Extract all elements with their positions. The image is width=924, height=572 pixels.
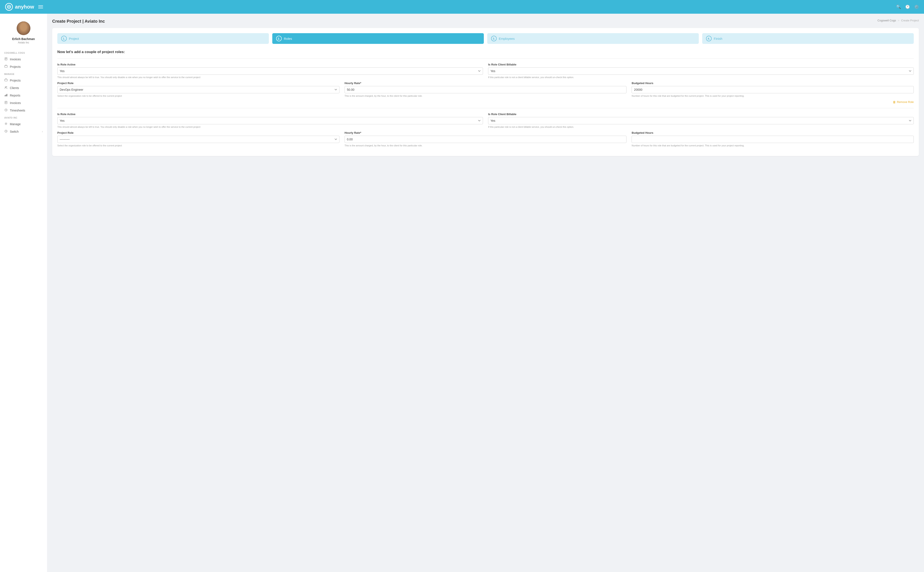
step-3-label: Employees <box>499 37 515 40</box>
step-4[interactable]: 4. Finish <box>702 33 914 44</box>
svg-point-0 <box>7 5 11 9</box>
svg-rect-11 <box>7 94 7 96</box>
step-2[interactable]: 2. Roles <box>272 33 484 44</box>
section-title: Now let's add a couple of project roles: <box>57 50 914 54</box>
role-2-billable-hint: If this particular role is not a client … <box>488 125 914 129</box>
role-block-1: Is Role Active Yes No This should almost… <box>57 63 914 104</box>
sidebar-projects-label: Projects <box>10 65 21 68</box>
switch-icon <box>4 130 8 133</box>
role-1-hourly-rate-hint: This is the amount charged, by the hour,… <box>344 94 627 98</box>
sidebar-invoices-label: Invoices <box>10 58 21 61</box>
role-1-billable-hint: If this particular role is not a client … <box>488 76 914 79</box>
role-2-billable-select[interactable]: Yes No <box>488 117 914 124</box>
sidebar-item-invoices[interactable]: Invoices <box>0 99 47 107</box>
role-2-hourly-rate-label: Hourly Rate* <box>344 131 627 134</box>
role-1-billable-select[interactable]: Yes No <box>488 67 914 75</box>
role-block-2: Is Role Active Yes No This should almost… <box>57 113 914 148</box>
role-2-active-select[interactable]: Yes No <box>57 117 483 124</box>
hamburger-menu[interactable] <box>38 5 43 8</box>
role-2-hourly-rate-hint: This is the amount charged, by the hour,… <box>344 144 627 147</box>
step-1-label: Project <box>69 37 79 40</box>
sidebar-section-aviato: AVIATO INC <box>0 114 47 120</box>
step-2-number: 2. <box>276 36 282 41</box>
logo-icon <box>5 3 13 11</box>
user-company: Aviato Inc <box>18 41 29 44</box>
step-4-label: Finish <box>714 37 722 40</box>
svg-rect-9 <box>5 95 5 96</box>
app-header: anyhow 🔍 🕐 ⚙️ <box>0 0 924 14</box>
role-2-project-role-label: Project Role <box>57 131 340 134</box>
search-icon[interactable]: 🔍 <box>896 5 901 9</box>
role-2-budgeted-hours-input[interactable] <box>632 136 914 143</box>
sidebar-item-manage-projects[interactable]: Projects <box>0 77 47 84</box>
logo-text: anyhow <box>15 4 34 10</box>
main-content: Create Project | Aviato Inc Cogswell Cog… <box>47 14 924 572</box>
role-2-budgeted-hours-group: Budgeted Hours Number of hours for this … <box>632 131 914 147</box>
role-2-active-label: Is Role Active <box>57 113 483 116</box>
svg-point-7 <box>5 87 6 87</box>
svg-point-8 <box>6 87 7 87</box>
role-1-billable-group: Is Role Client Billable Yes No If this p… <box>488 63 914 79</box>
role-2-active-hint: This should almost always be left to tru… <box>57 125 483 129</box>
role-2-billable-group: Is Role Client Billable Yes No If this p… <box>488 113 914 129</box>
user-name: Erlich Bachman <box>12 37 35 40</box>
role-2-project-role-select[interactable]: ---------- <box>57 136 340 143</box>
step-3[interactable]: 3. Employees <box>487 33 699 44</box>
role-1-budgeted-hours-hint: Number of hours for this role that are b… <box>632 94 914 98</box>
header-right: 🔍 🕐 ⚙️ <box>896 5 919 9</box>
step-4-number: 4. <box>706 36 712 41</box>
role-1-project-role-hint: Select the organization role to be offer… <box>57 94 340 98</box>
divider-1 <box>57 58 914 59</box>
role-2-hourly-rate-group: Hourly Rate* This is the amount charged,… <box>344 131 627 147</box>
sidebar: Erlich Bachman Aviato Inc COGSWELL COGS … <box>0 14 47 572</box>
invoice-icon <box>4 58 8 61</box>
sidebar-item-cogswell-invoices[interactable]: Invoices <box>0 56 47 63</box>
main-layout: Erlich Bachman Aviato Inc COGSWELL COGS … <box>0 14 924 572</box>
sidebar-manage-label: Manage <box>10 123 21 126</box>
role-1-budgeted-hours-input[interactable] <box>632 86 914 93</box>
logo[interactable]: anyhow <box>5 3 34 11</box>
sidebar-item-manage[interactable]: Manage <box>0 120 47 128</box>
sidebar-clients-label: Clients <box>10 86 19 90</box>
role-1-active-hint: This should almost always be left to tru… <box>57 76 483 79</box>
sidebar-item-switch[interactable]: Switch › <box>0 128 47 135</box>
header-left: anyhow <box>5 3 43 11</box>
role-1-hourly-rate-label: Hourly Rate* <box>344 82 627 85</box>
breadcrumb-current: Create Project <box>901 19 919 22</box>
role-1-active-group: Is Role Active Yes No This should almost… <box>57 63 483 79</box>
page-header: Create Project | Aviato Inc Cogswell Cog… <box>52 19 919 24</box>
clock-icon[interactable]: 🕐 <box>905 5 910 9</box>
sidebar-section-manage: MANAGE <box>0 70 47 77</box>
sidebar-invoices2-label: Invoices <box>10 101 21 105</box>
manage-icon <box>4 122 8 126</box>
role-2-hourly-rate-input[interactable] <box>344 136 627 143</box>
switch-arrow-icon: › <box>42 130 43 133</box>
sidebar-item-reports[interactable]: Reports <box>0 92 47 99</box>
remove-role-1-label: Remove Role <box>897 100 914 104</box>
sidebar-item-clients[interactable]: Clients <box>0 84 47 92</box>
sidebar-item-timesheets[interactable]: Timesheets <box>0 107 47 114</box>
settings-icon[interactable]: ⚙️ <box>914 5 919 9</box>
svg-rect-10 <box>6 95 6 96</box>
timesheets-icon <box>4 109 8 112</box>
role-2-budgeted-hours-label: Budgeted Hours <box>632 131 914 134</box>
sidebar-item-cogswell-projects[interactable]: Projects <box>0 63 47 70</box>
step-1[interactable]: 1. Project <box>57 33 269 44</box>
svg-rect-5 <box>5 65 7 67</box>
clients-icon <box>4 86 8 90</box>
avatar <box>17 22 30 35</box>
page-title: Create Project | Aviato Inc <box>52 19 105 24</box>
role-2-billable-label: Is Role Client Billable <box>488 113 914 116</box>
sidebar-switch-label: Switch <box>10 130 19 133</box>
invoices2-icon <box>4 101 8 105</box>
role-2-active-group: Is Role Active Yes No This should almost… <box>57 113 483 129</box>
role-1-budgeted-hours-group: Budgeted Hours Number of hours for this … <box>632 82 914 98</box>
role-1-project-role-select[interactable]: DevOps Engineer <box>57 86 340 93</box>
breadcrumb: Cogswell Cogs > Create Project <box>877 19 919 22</box>
sidebar-timesheets-label: Timesheets <box>10 109 25 112</box>
role-1-active-select[interactable]: Yes No <box>57 67 483 75</box>
breadcrumb-parent[interactable]: Cogswell Cogs <box>877 19 896 22</box>
role-1-active-row: Is Role Active Yes No This should almost… <box>57 63 914 79</box>
role-1-hourly-rate-input[interactable] <box>344 86 627 93</box>
remove-role-1-button[interactable]: 🗑 Remove Role <box>57 100 914 104</box>
